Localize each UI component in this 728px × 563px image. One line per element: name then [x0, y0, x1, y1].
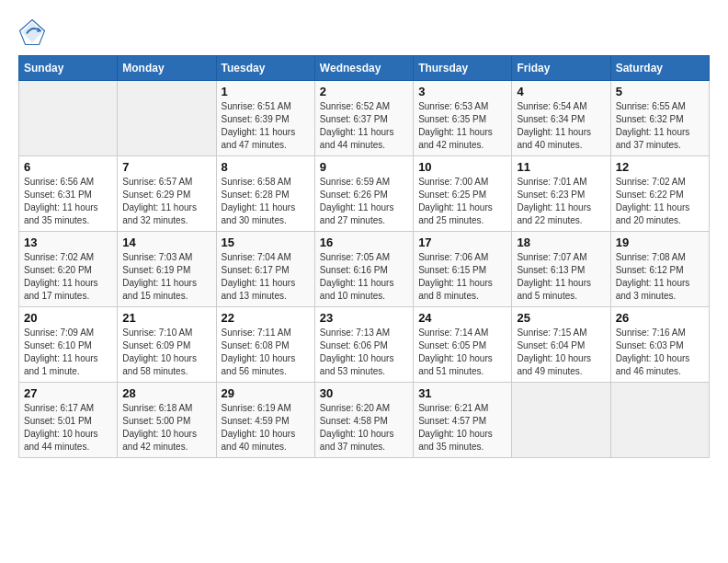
calendar-cell — [610, 383, 709, 458]
day-number: 12 — [616, 160, 704, 174]
calendar-week-row: 1Sunrise: 6:51 AM Sunset: 6:39 PM Daylig… — [19, 81, 710, 156]
calendar-week-row: 27Sunrise: 6:17 AM Sunset: 5:01 PM Dayli… — [19, 383, 710, 458]
day-number: 3 — [418, 85, 506, 98]
weekday-header: Friday — [512, 56, 610, 81]
calendar-cell: 5Sunrise: 6:55 AM Sunset: 6:32 PM Daylig… — [610, 81, 709, 156]
day-number: 16 — [320, 236, 408, 249]
day-info: Sunrise: 7:15 AM Sunset: 6:04 PM Dayligh… — [517, 327, 605, 378]
calendar-cell: 31Sunrise: 6:21 AM Sunset: 4:57 PM Dayli… — [414, 383, 512, 458]
calendar-cell: 6Sunrise: 6:56 AM Sunset: 6:31 PM Daylig… — [19, 156, 118, 232]
day-number: 29 — [222, 386, 310, 400]
calendar-table: SundayMondayTuesdayWednesdayThursdayFrid… — [18, 55, 710, 458]
day-info: Sunrise: 7:05 AM Sunset: 6:16 PM Dayligh… — [320, 251, 408, 303]
weekday-header: Saturday — [610, 56, 709, 81]
calendar-cell: 9Sunrise: 6:59 AM Sunset: 6:26 PM Daylig… — [314, 156, 413, 232]
calendar-cell: 10Sunrise: 7:00 AM Sunset: 6:25 PM Dayli… — [414, 156, 512, 232]
day-number: 20 — [24, 311, 112, 325]
calendar-cell: 8Sunrise: 6:58 AM Sunset: 6:28 PM Daylig… — [216, 156, 314, 232]
day-number: 8 — [222, 160, 310, 174]
calendar-cell: 15Sunrise: 7:04 AM Sunset: 6:17 PM Dayli… — [216, 232, 314, 307]
day-number: 25 — [517, 311, 605, 325]
calendar-week-row: 20Sunrise: 7:09 AM Sunset: 6:10 PM Dayli… — [19, 307, 710, 383]
day-info: Sunrise: 6:18 AM Sunset: 5:00 PM Dayligh… — [122, 402, 210, 454]
day-number: 14 — [122, 236, 210, 249]
day-number: 23 — [320, 311, 408, 325]
day-info: Sunrise: 6:55 AM Sunset: 6:32 PM Dayligh… — [616, 100, 704, 152]
calendar-cell: 22Sunrise: 7:11 AM Sunset: 6:08 PM Dayli… — [216, 307, 314, 383]
day-info: Sunrise: 7:07 AM Sunset: 6:13 PM Dayligh… — [517, 251, 605, 303]
calendar-cell: 27Sunrise: 6:17 AM Sunset: 5:01 PM Dayli… — [19, 383, 118, 458]
day-number: 15 — [222, 236, 310, 249]
calendar-cell: 28Sunrise: 6:18 AM Sunset: 5:00 PM Dayli… — [118, 383, 216, 458]
weekday-header: Wednesday — [314, 56, 413, 81]
day-info: Sunrise: 6:57 AM Sunset: 6:29 PM Dayligh… — [122, 176, 210, 227]
calendar-cell: 24Sunrise: 7:14 AM Sunset: 6:05 PM Dayli… — [414, 307, 512, 383]
day-info: Sunrise: 6:20 AM Sunset: 4:58 PM Dayligh… — [320, 402, 408, 454]
calendar-week-row: 6Sunrise: 6:56 AM Sunset: 6:31 PM Daylig… — [19, 156, 710, 232]
day-info: Sunrise: 6:56 AM Sunset: 6:31 PM Dayligh… — [24, 176, 112, 227]
weekday-header: Sunday — [19, 56, 118, 81]
day-info: Sunrise: 7:10 AM Sunset: 6:09 PM Dayligh… — [122, 327, 210, 378]
day-number: 21 — [122, 311, 210, 325]
day-number: 18 — [517, 236, 605, 249]
calendar-cell: 19Sunrise: 7:08 AM Sunset: 6:12 PM Dayli… — [610, 232, 709, 307]
calendar-week-row: 13Sunrise: 7:02 AM Sunset: 6:20 PM Dayli… — [19, 232, 710, 307]
svg-marker-0 — [22, 22, 43, 43]
day-number: 26 — [616, 311, 704, 325]
day-info: Sunrise: 7:08 AM Sunset: 6:12 PM Dayligh… — [616, 251, 704, 303]
calendar-cell: 3Sunrise: 6:53 AM Sunset: 6:35 PM Daylig… — [414, 81, 512, 156]
day-info: Sunrise: 7:03 AM Sunset: 6:19 PM Dayligh… — [122, 251, 210, 303]
day-number: 30 — [320, 386, 408, 400]
calendar-cell: 25Sunrise: 7:15 AM Sunset: 6:04 PM Dayli… — [512, 307, 610, 383]
day-info: Sunrise: 7:06 AM Sunset: 6:15 PM Dayligh… — [418, 251, 506, 303]
day-number: 10 — [418, 160, 506, 174]
calendar-cell: 23Sunrise: 7:13 AM Sunset: 6:06 PM Dayli… — [314, 307, 413, 383]
day-number: 9 — [320, 160, 408, 174]
day-info: Sunrise: 7:16 AM Sunset: 6:03 PM Dayligh… — [616, 327, 704, 378]
day-info: Sunrise: 6:21 AM Sunset: 4:57 PM Dayligh… — [418, 402, 506, 454]
day-number: 24 — [418, 311, 506, 325]
day-info: Sunrise: 7:01 AM Sunset: 6:23 PM Dayligh… — [517, 176, 605, 227]
calendar-cell: 16Sunrise: 7:05 AM Sunset: 6:16 PM Dayli… — [314, 232, 413, 307]
calendar-cell: 18Sunrise: 7:07 AM Sunset: 6:13 PM Dayli… — [512, 232, 610, 307]
day-number: 7 — [122, 160, 210, 174]
day-info: Sunrise: 7:00 AM Sunset: 6:25 PM Dayligh… — [418, 176, 506, 227]
day-info: Sunrise: 7:14 AM Sunset: 6:05 PM Dayligh… — [418, 327, 506, 378]
day-info: Sunrise: 6:53 AM Sunset: 6:35 PM Dayligh… — [418, 100, 506, 152]
day-info: Sunrise: 7:09 AM Sunset: 6:10 PM Dayligh… — [24, 327, 112, 378]
day-info: Sunrise: 7:04 AM Sunset: 6:17 PM Dayligh… — [222, 251, 310, 303]
calendar-cell: 29Sunrise: 6:19 AM Sunset: 4:59 PM Dayli… — [216, 383, 314, 458]
calendar-cell: 11Sunrise: 7:01 AM Sunset: 6:23 PM Dayli… — [512, 156, 610, 232]
weekday-header-row: SundayMondayTuesdayWednesdayThursdayFrid… — [19, 56, 710, 81]
calendar-cell: 4Sunrise: 6:54 AM Sunset: 6:34 PM Daylig… — [512, 81, 610, 156]
day-info: Sunrise: 7:11 AM Sunset: 6:08 PM Dayligh… — [222, 327, 310, 378]
calendar-cell: 30Sunrise: 6:20 AM Sunset: 4:58 PM Dayli… — [314, 383, 413, 458]
calendar-cell — [512, 383, 610, 458]
calendar-cell — [118, 81, 216, 156]
calendar-cell: 2Sunrise: 6:52 AM Sunset: 6:37 PM Daylig… — [314, 81, 413, 156]
calendar-cell: 20Sunrise: 7:09 AM Sunset: 6:10 PM Dayli… — [19, 307, 118, 383]
day-number: 22 — [222, 311, 310, 325]
day-info: Sunrise: 7:02 AM Sunset: 6:20 PM Dayligh… — [24, 251, 112, 303]
logo-icon — [18, 18, 46, 46]
day-number: 11 — [517, 160, 605, 174]
day-number: 17 — [418, 236, 506, 249]
weekday-header: Monday — [118, 56, 216, 81]
day-number: 6 — [24, 160, 112, 174]
day-info: Sunrise: 6:51 AM Sunset: 6:39 PM Dayligh… — [222, 100, 310, 152]
day-info: Sunrise: 7:13 AM Sunset: 6:06 PM Dayligh… — [320, 327, 408, 378]
day-number: 31 — [418, 386, 506, 400]
day-number: 19 — [616, 236, 704, 249]
day-info: Sunrise: 6:59 AM Sunset: 6:26 PM Dayligh… — [320, 176, 408, 227]
day-number: 4 — [517, 85, 605, 98]
logo — [18, 18, 50, 46]
calendar-cell — [19, 81, 118, 156]
day-info: Sunrise: 6:54 AM Sunset: 6:34 PM Dayligh… — [517, 100, 605, 152]
day-number: 1 — [222, 85, 310, 98]
calendar-cell: 14Sunrise: 7:03 AM Sunset: 6:19 PM Dayli… — [118, 232, 216, 307]
calendar-cell: 26Sunrise: 7:16 AM Sunset: 6:03 PM Dayli… — [610, 307, 709, 383]
day-number: 5 — [616, 85, 704, 98]
day-number: 27 — [24, 386, 112, 400]
page-header — [18, 18, 710, 46]
calendar-cell: 1Sunrise: 6:51 AM Sunset: 6:39 PM Daylig… — [216, 81, 314, 156]
